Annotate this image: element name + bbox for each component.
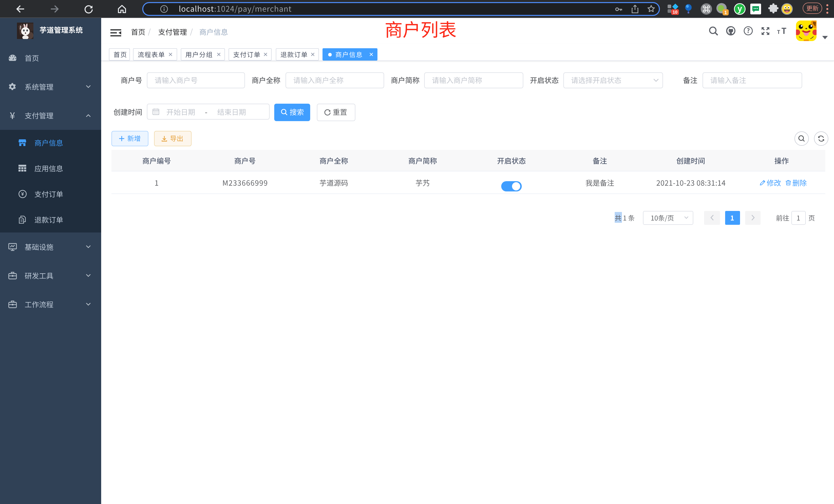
svg-text:10: 10 [673,10,678,15]
svg-text:1: 1 [724,10,727,15]
